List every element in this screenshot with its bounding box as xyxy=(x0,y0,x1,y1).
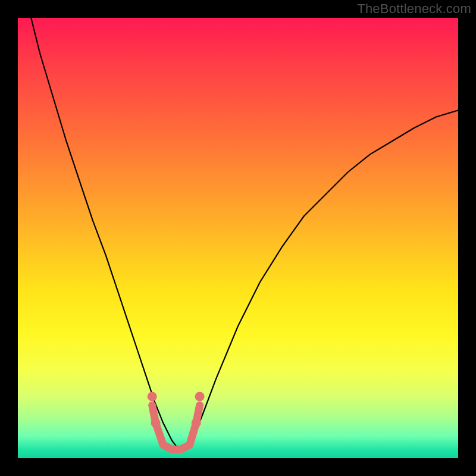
notch-dot xyxy=(151,418,161,428)
notch-dot xyxy=(148,392,157,401)
bottleneck-curve xyxy=(31,18,458,449)
notch-markers xyxy=(148,392,205,449)
notch-dot xyxy=(192,418,201,428)
notch-dot xyxy=(195,392,205,401)
chart-svg xyxy=(18,18,458,458)
watermark-text: TheBottleneck.com xyxy=(357,1,471,17)
plot-frame xyxy=(18,18,458,458)
